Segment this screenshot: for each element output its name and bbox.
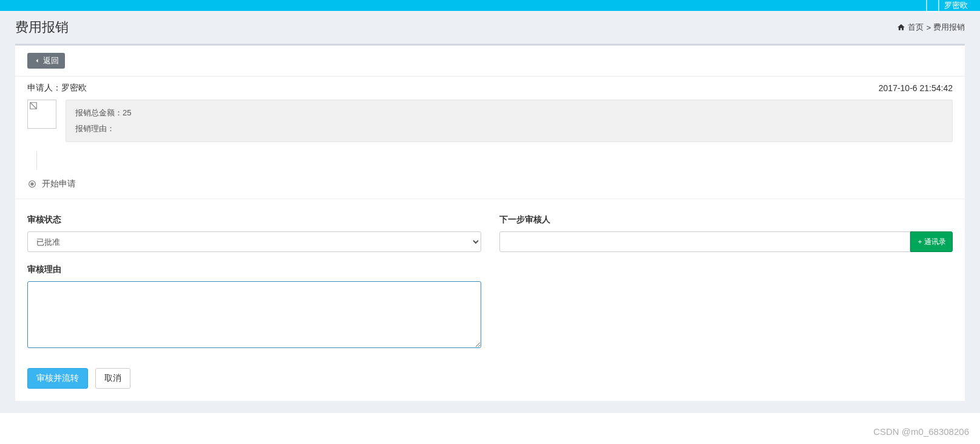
request-reason-label: 报销理由： xyxy=(75,124,115,133)
back-button-label: 返回 xyxy=(43,55,59,66)
panel-top: 返回 xyxy=(15,46,965,77)
plus-icon xyxy=(917,239,923,245)
submit-button[interactable]: 审核并流转 xyxy=(27,368,88,389)
breadcrumb-home[interactable]: 首页 xyxy=(908,22,924,33)
content-wrap: 返回 申请人：罗密欧 2017-10-6 21:54:42 报销总金额：25 xyxy=(0,44,980,413)
form-row-reason: 审核理由 xyxy=(27,264,953,350)
status-col: 审核状态 已批准 xyxy=(27,214,481,252)
breadcrumb-current: 费用报销 xyxy=(933,22,965,33)
panel-body: 申请人：罗密欧 2017-10-6 21:54:42 报销总金额：25 报销理由… xyxy=(15,77,965,401)
flow-connector xyxy=(36,151,37,169)
applicant-label: 申请人： xyxy=(27,83,61,92)
flow-start-label: 开始申请 xyxy=(42,179,76,190)
reason-col: 审核理由 xyxy=(27,264,481,350)
cancel-button[interactable]: 取消 xyxy=(95,368,130,389)
section-divider xyxy=(15,199,965,199)
request-timestamp: 2017-10-6 21:54:42 xyxy=(879,83,953,93)
status-label: 审核状态 xyxy=(27,214,481,225)
applicant-name: 罗密欧 xyxy=(61,83,87,92)
applicant-row: 申请人：罗密欧 2017-10-6 21:54:42 xyxy=(27,83,953,94)
home-icon xyxy=(897,23,905,32)
breadcrumb-separator: > xyxy=(926,23,931,32)
request-reason-row: 报销理由： xyxy=(75,123,943,134)
total-amount-row: 报销总金额：25 xyxy=(75,108,943,118)
back-button[interactable]: 返回 xyxy=(27,53,65,69)
next-approver-label: 下一步审核人 xyxy=(499,214,953,225)
status-select[interactable]: 已批准 xyxy=(27,231,481,252)
avatar-box-icon xyxy=(926,0,939,12)
request-info-box: 报销总金额：25 报销理由： xyxy=(27,100,953,142)
audit-reason-textarea[interactable] xyxy=(27,281,481,348)
topbar-user[interactable]: 罗密欧 xyxy=(926,0,968,12)
total-amount-label: 报销总金额： xyxy=(75,108,123,117)
main-panel: 返回 申请人：罗密欧 2017-10-6 21:54:42 报销总金额：25 xyxy=(15,44,965,401)
contacts-button-label: 通讯录 xyxy=(924,237,946,247)
chevron-left-icon xyxy=(33,57,41,64)
approver-col: 下一步审核人 通讯录 xyxy=(499,214,953,252)
form-row-status-approver: 审核状态 已批准 下一步审核人 通讯录 xyxy=(27,214,953,252)
page-header: 费用报销 首页 > 费用报销 xyxy=(0,11,980,44)
topbar-username: 罗密欧 xyxy=(944,0,968,11)
applicant-info: 申请人：罗密欧 xyxy=(27,83,87,94)
flow-start: 开始申请 xyxy=(27,176,953,199)
empty-col xyxy=(499,264,953,350)
next-approver-input[interactable] xyxy=(499,231,911,252)
breadcrumb: 首页 > 费用报销 xyxy=(897,22,965,33)
target-icon xyxy=(27,179,37,189)
action-buttons: 审核并流转 取消 xyxy=(27,368,953,389)
approver-input-group: 通讯录 xyxy=(499,231,953,252)
broken-image-icon xyxy=(29,101,38,110)
audit-reason-label: 审核理由 xyxy=(27,264,481,275)
page-title: 费用报销 xyxy=(15,18,69,36)
svg-point-1 xyxy=(31,183,33,185)
request-info-panel: 报销总金额：25 报销理由： xyxy=(66,100,953,142)
total-amount-value: 25 xyxy=(123,108,131,117)
topbar: 罗密欧 xyxy=(0,0,980,11)
contacts-button[interactable]: 通讯录 xyxy=(910,231,953,252)
avatar-placeholder xyxy=(27,100,56,129)
